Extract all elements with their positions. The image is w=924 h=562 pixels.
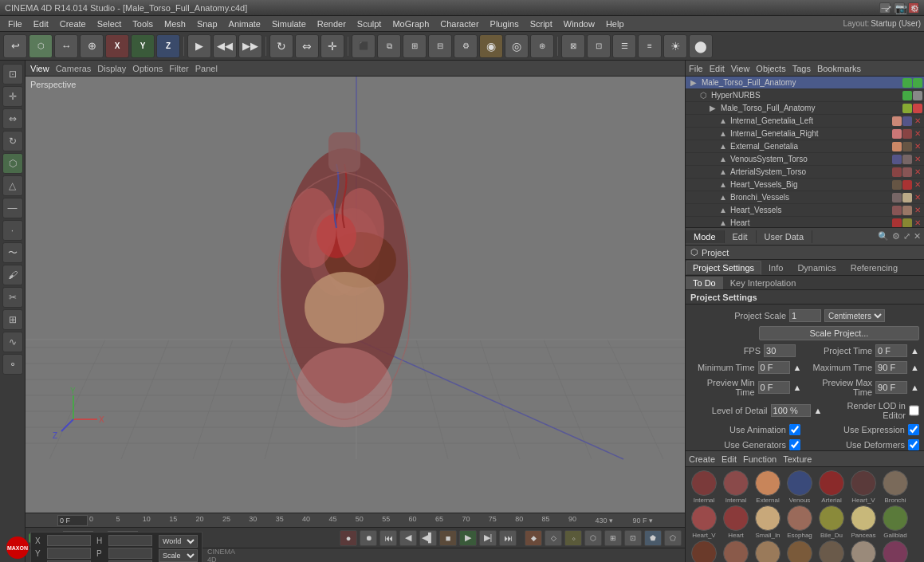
tool-sculpt[interactable]: ⚬ <box>2 354 23 375</box>
btn-key7[interactable]: ⬟ <box>644 530 662 546</box>
attr-tab-referencing[interactable]: Referencing <box>843 261 905 275</box>
menu-window[interactable]: Window <box>559 18 600 30</box>
render-lod-checkbox[interactable] <box>909 405 919 416</box>
mode-tab-edit[interactable]: Edit <box>725 230 757 243</box>
proj-time-input[interactable] <box>875 344 907 357</box>
mode-tab-userdata[interactable]: User Data <box>757 230 813 243</box>
mode-tab-mode[interactable]: Mode <box>686 230 725 243</box>
tool-edge[interactable]: — <box>2 198 23 218</box>
btn-key1[interactable]: ◆ <box>525 530 542 546</box>
obj-row-8[interactable]: ▲ Heart_Vessels_Big ✕ <box>686 179 924 191</box>
toolbar-extra1[interactable]: ⊠ <box>561 34 585 58</box>
obj-row-4[interactable]: ▲ Internal_Genetalia_Right ✕ <box>686 128 924 140</box>
toolbar-next-frame[interactable]: ▶▶ <box>238 34 262 58</box>
btn-play[interactable]: ▶ <box>459 530 477 546</box>
obj-menu-objects[interactable]: Objects <box>756 64 785 73</box>
lod-arrow[interactable]: ▲ <box>814 406 823 415</box>
mat-item-15[interactable]: Stomach <box>721 540 751 562</box>
toolbar-dome[interactable]: ⬤ <box>689 34 713 58</box>
mat-item-5[interactable]: Heart_V <box>848 470 879 504</box>
obj-menu-file[interactable]: File <box>689 64 703 73</box>
use-deformers-checkbox[interactable] <box>908 439 919 450</box>
mat-item-11[interactable]: Bile_Du <box>816 505 847 539</box>
x-pos-input[interactable]: 0 cm <box>47 535 91 546</box>
mat-item-0[interactable]: Internal <box>689 470 719 504</box>
tool-knife[interactable]: ✂ <box>2 287 23 308</box>
menu-render[interactable]: Render <box>313 18 351 30</box>
btn-auto-key[interactable]: ⏺ <box>360 530 377 546</box>
scale-select[interactable]: Scale <box>159 549 198 562</box>
btn-key5[interactable]: ⊞ <box>604 530 622 546</box>
btn-key8[interactable]: ⬠ <box>664 530 682 546</box>
mat-item-12[interactable]: Panceas <box>848 505 879 539</box>
menu-plugins[interactable]: Plugins <box>486 18 524 30</box>
toolbar-camera1[interactable]: ⬛ <box>352 34 375 58</box>
vp-tab-panel[interactable]: Panel <box>195 64 218 73</box>
tool-rotate[interactable]: ↻ <box>2 131 23 151</box>
vp-tab-display[interactable]: Display <box>97 64 126 73</box>
lod-input[interactable] <box>771 404 811 417</box>
tool-object[interactable]: ⬡ <box>2 153 23 174</box>
mat-menu-function[interactable]: Function <box>743 454 777 464</box>
obj-row-3[interactable]: ▲ Internal_Genetalia_Left ✕ <box>686 115 924 128</box>
obj-row-5[interactable]: ▲ External_Genetalia ✕ <box>686 140 924 153</box>
menu-simulate[interactable]: Simulate <box>267 18 311 30</box>
attr-subtab-key-interp[interactable]: Key Interpolation <box>723 277 804 289</box>
btn-prev-frame[interactable]: ◀ <box>399 530 417 546</box>
mat-menu-texture[interactable]: Texture <box>783 454 812 464</box>
mode-expand-icon[interactable]: ⤢ <box>903 231 910 242</box>
coord-system-select[interactable]: WorldObject <box>159 535 198 548</box>
menu-animate[interactable]: Animate <box>224 18 265 30</box>
btn-key6[interactable]: ⊡ <box>624 530 642 546</box>
frame-number-input[interactable] <box>57 515 88 526</box>
obj-row-2[interactable]: ▶ Male_Torso_Full_Anatomy <box>686 102 924 115</box>
mat-item-7[interactable]: Heart_V <box>689 505 719 539</box>
viewport[interactable]: X Y Z <box>26 77 685 513</box>
toolbar-scale[interactable]: ⇔ <box>295 34 319 58</box>
mode-search-icon[interactable]: 🔍 <box>878 231 889 242</box>
toolbar-coord-x[interactable]: X <box>105 34 129 58</box>
mat-item-14[interactable]: Liver <box>689 540 719 562</box>
btn-stop[interactable]: ■ <box>439 530 457 546</box>
mat-item-20[interactable]: Spleen <box>880 540 910 562</box>
prev-max-arrow[interactable]: ▲ <box>910 383 919 392</box>
toolbar-camera3[interactable]: ⊞ <box>403 34 427 58</box>
vp-tab-cameras[interactable]: Cameras <box>56 64 92 73</box>
toolbar-coord-z[interactable]: Z <box>156 34 180 58</box>
obj-vis-grey-1[interactable] <box>913 91 922 100</box>
tool-spline[interactable]: 〜 <box>2 242 23 263</box>
toolbar-play[interactable]: ▶ <box>187 34 211 58</box>
obj-row-7[interactable]: ▲ ArterialSystem_Torso ✕ <box>686 166 924 179</box>
vp-tab-filter[interactable]: Filter <box>169 64 188 73</box>
mode-close-icon[interactable]: ✕ <box>914 231 921 242</box>
obj-row-11[interactable]: ▲ Heart ✕ <box>686 217 924 227</box>
btn-key2[interactable]: ◇ <box>545 530 562 546</box>
mat-item-2[interactable]: External <box>753 470 783 504</box>
tool-point[interactable]: · <box>2 220 23 241</box>
menu-file[interactable]: File <box>3 18 27 30</box>
toolbar-extra4[interactable]: ≡ <box>638 34 662 58</box>
obj-vis-green-1[interactable] <box>902 91 912 100</box>
vp-icon-camera[interactable]: 📷 <box>895 3 907 14</box>
menu-character[interactable]: Character <box>435 18 483 30</box>
menu-mesh[interactable]: Mesh <box>159 18 191 30</box>
btn-play-back[interactable]: ◀▌ <box>419 530 437 546</box>
obj-vis-green-0[interactable] <box>902 78 912 88</box>
y-size-input[interactable]: 0° <box>108 548 152 559</box>
tool-move[interactable]: ✛ <box>2 86 23 107</box>
obj-menu-tags[interactable]: Tags <box>792 64 811 73</box>
obj-menu-edit[interactable]: Edit <box>710 64 725 73</box>
toolbar-extra3[interactable]: ☰ <box>612 34 636 58</box>
tool-extrude[interactable]: ⊞ <box>2 309 23 330</box>
use-animation-checkbox[interactable] <box>789 424 800 435</box>
menu-tools[interactable]: Tools <box>128 18 158 30</box>
toolbar-render-settings[interactable]: ⚙ <box>454 34 478 58</box>
btn-record[interactable]: ● <box>340 530 357 546</box>
attr-tab-project-settings[interactable]: Project Settings <box>686 261 761 275</box>
obj-menu-bookmarks[interactable]: Bookmarks <box>817 64 861 73</box>
tool-polygon[interactable]: △ <box>2 175 23 196</box>
btn-to-start[interactable]: ⏮ <box>379 530 397 546</box>
menu-edit[interactable]: Edit <box>29 18 53 30</box>
obj-row-0[interactable]: ▶ Male_Torso_Full_Anatomy <box>686 77 924 89</box>
vp-tab-view[interactable]: View <box>30 64 49 73</box>
